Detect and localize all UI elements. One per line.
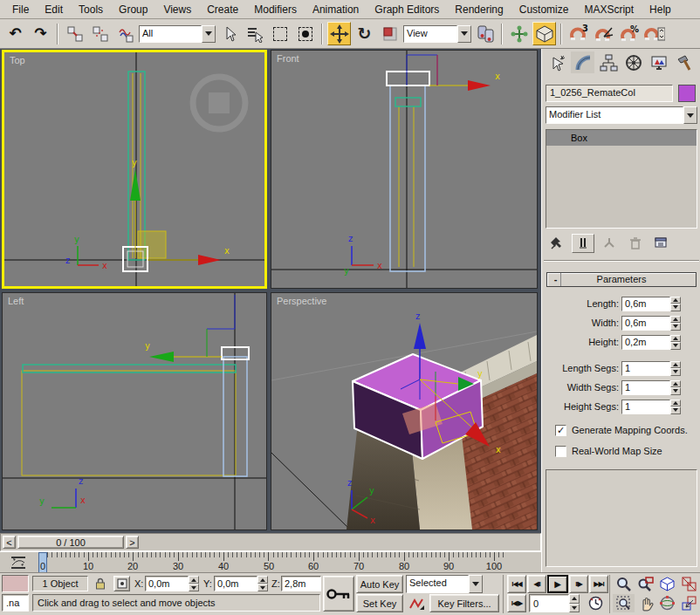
spinner-up[interactable] [670,361,681,369]
next-frame-button[interactable]: II▶ [569,575,588,593]
time-slider-next-button[interactable]: > [126,536,139,549]
tab-motion[interactable] [621,51,645,73]
selection-filter-dropdown[interactable]: All [139,25,216,43]
unlink-selection-button[interactable] [88,22,112,45]
zoom-region-button[interactable] [613,594,635,612]
tab-hierarchy[interactable] [596,51,620,73]
auto-key-button[interactable]: Auto Key [356,575,403,593]
zoom-button[interactable] [613,575,635,593]
track-bar[interactable]: 0 10 20 30 40 50 60 70 80 90 100 [0,551,541,572]
arc-rotate-button[interactable] [656,594,678,612]
maxscript-mini-listener-white[interactable]: .na [2,594,29,612]
real-world-map-checkbox[interactable] [555,446,566,457]
menu-item-group[interactable]: Group [112,1,154,18]
x-coord-field[interactable]: 0,0m [145,576,189,591]
spinner-down[interactable] [670,304,681,311]
object-name-field[interactable]: 1_0256_RemateCol [546,85,673,102]
track-bar-ruler[interactable]: 0 10 20 30 40 50 60 70 80 90 100 [37,552,513,573]
select-by-name-button[interactable] [243,22,266,45]
spinner-down[interactable] [670,407,681,414]
select-object-button[interactable] [217,22,241,45]
spinner-up[interactable] [257,576,268,584]
spinner-down[interactable] [670,387,681,395]
spinner-up[interactable] [670,380,681,388]
time-slider-prev-button[interactable]: < [3,536,16,549]
remove-modifier-button[interactable] [624,234,647,253]
zoom-all-button[interactable] [635,575,656,593]
selection-lock-toggle[interactable] [93,576,108,591]
object-color-swatch[interactable] [678,85,696,102]
select-and-manipulate-button[interactable] [507,22,531,45]
menu-item-customize[interactable]: Customize [512,1,576,18]
bind-to-space-warp-button[interactable] [113,22,137,45]
zoom-extents-all-button[interactable] [678,575,700,593]
spinner-up[interactable] [670,316,681,324]
width-segs-field[interactable]: 1 [621,380,670,395]
selection-filter-arrow-button[interactable] [202,25,216,43]
angle-snap-button[interactable] [592,22,615,45]
viewport-top[interactable]: Top [2,50,267,289]
menu-item-rendering[interactable]: Rendering [448,1,510,18]
make-unique-button[interactable] [598,234,621,253]
spinner-down[interactable] [670,323,681,331]
menu-item-create[interactable]: Create [200,1,245,18]
length-field[interactable]: 0,6m [621,297,670,311]
generate-mapping-checkbox[interactable]: ✓ [555,425,566,436]
viewport-left[interactable]: Left y z [2,292,267,530]
viewport-front[interactable]: Front x [271,50,538,289]
window-crossing-button[interactable] [293,22,317,45]
spinner-snap-button[interactable] [642,22,666,45]
tab-display[interactable] [647,51,670,73]
menu-item-file[interactable]: File [5,1,36,18]
modifier-list-dropdown[interactable]: Modifier List [546,106,697,124]
reference-coordinate-system-dropdown[interactable]: View [403,25,471,43]
menu-item-help[interactable]: Help [642,1,678,18]
spinner-up[interactable] [569,594,580,604]
go-to-end-button[interactable]: ▶▶I [589,575,608,593]
width-field[interactable]: 0,6m [621,316,670,331]
default-in-out-tangents-button[interactable] [406,594,427,612]
modifier-list-arrow-button[interactable] [683,106,697,124]
show-end-result-button[interactable] [572,234,594,253]
spinner-up[interactable] [670,297,681,304]
zoom-extents-button[interactable] [656,575,678,593]
spinner-up[interactable] [670,335,681,343]
select-and-link-button[interactable] [63,22,86,45]
use-pivot-point-center-button[interactable] [473,22,497,45]
set-keys-button[interactable] [323,576,354,612]
modifier-stack-item[interactable]: Box [546,130,697,146]
menu-item-tools[interactable]: Tools [72,1,110,18]
percent-snap-button[interactable]: % [617,22,641,45]
configure-modifier-sets-button[interactable] [650,234,673,253]
time-configuration-button[interactable] [585,594,606,612]
select-and-scale-button[interactable] [378,22,401,45]
z-coord-field[interactable]: 2,8m [281,576,321,591]
menu-item-edit[interactable]: Edit [38,1,70,18]
height-field[interactable]: 0,2m [621,335,670,350]
select-and-rotate-button[interactable]: ↻ [353,22,376,45]
key-filter-arrow-button[interactable] [469,575,483,593]
tab-modify[interactable] [571,51,594,73]
spinner-down[interactable] [670,368,681,376]
pan-button[interactable] [635,594,656,612]
time-slider-track[interactable]: < 0 / 100 > [0,533,541,551]
rectangular-selection-region-button[interactable] [268,22,292,45]
tab-utilities[interactable] [672,51,696,73]
previous-frame-button[interactable]: ◀II [527,575,546,593]
current-frame-field[interactable]: 0 [529,594,569,612]
snaps-toggle-button[interactable] [532,22,556,45]
coordinate-system-arrow-button[interactable] [457,25,471,43]
menu-item-views[interactable]: Views [156,1,198,18]
min-max-toggle-button[interactable] [678,594,700,612]
go-to-start-button[interactable]: I◀◀ [507,575,526,593]
set-key-button[interactable]: Set Key [356,594,403,612]
absolute-mode-toggle[interactable] [113,576,130,591]
menu-item-modifiers[interactable]: Modifiers [247,1,304,18]
menu-item-graph-editors[interactable]: Graph Editors [367,1,446,18]
maxscript-mini-listener-pink[interactable] [2,575,29,592]
spinner-down[interactable] [569,604,580,613]
key-mode-toggle-button[interactable]: I◀I▶ [507,594,526,612]
time-slider-handle[interactable]: 0 / 100 [17,536,124,549]
tab-create[interactable] [546,51,569,73]
viewport-perspective[interactable]: Perspective [271,292,538,530]
